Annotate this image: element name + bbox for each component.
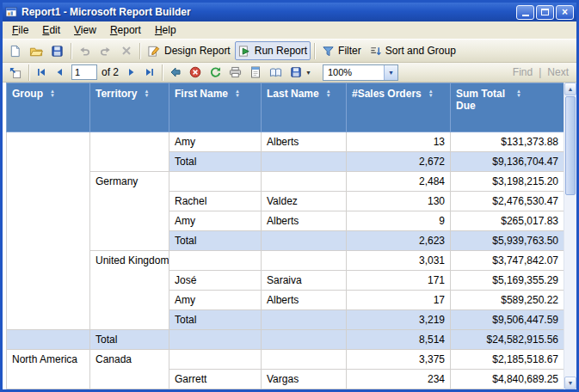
design-report-icon — [147, 45, 161, 58]
sort-and-group-label: Sort and Group — [385, 45, 456, 57]
table-cell: 3,375 — [347, 350, 451, 370]
table-cell: 2,672 — [347, 152, 451, 172]
table-cell — [262, 231, 347, 251]
table-row: Germany2,484$3,198,215.20 — [7, 172, 564, 192]
export-button[interactable]: ▼ — [286, 64, 315, 81]
scrollbar-thumb[interactable] — [565, 96, 576, 195]
column-header-last-name[interactable]: Last Name▲▼ — [262, 83, 347, 132]
table-cell: Garrett — [169, 370, 262, 389]
table-cell: $3,747,842.07 — [451, 251, 564, 271]
save-report-button[interactable] — [47, 41, 67, 60]
table-cell: 8,514 — [347, 330, 451, 350]
menu-help[interactable]: Help — [148, 21, 183, 39]
table-cell: Total — [169, 152, 262, 172]
undo-icon — [78, 45, 91, 58]
sort-icon[interactable]: ▲▼ — [50, 89, 55, 97]
table-cell: $2,476,530.47 — [451, 192, 564, 211]
redo-button[interactable] — [95, 41, 115, 60]
table-cell — [262, 350, 347, 370]
table-cell: Valdez — [262, 192, 347, 211]
toolbar-separator — [162, 64, 163, 81]
page-setup-button[interactable] — [266, 64, 286, 81]
scroll-down-button[interactable]: ▼ — [564, 377, 576, 389]
table-cell: $9,136,704.47 — [451, 152, 564, 172]
table-row: AmyAlberts13$131,373.88 — [7, 132, 564, 152]
previous-page-icon — [54, 67, 65, 77]
minimize-button[interactable] — [516, 5, 534, 20]
find-next-separator: | — [539, 66, 541, 78]
next-page-button[interactable] — [123, 64, 140, 81]
next-link[interactable]: Next — [547, 66, 569, 78]
sort-icon[interactable]: ▲▼ — [235, 89, 240, 97]
filter-button[interactable]: Filter — [318, 41, 365, 60]
table-cell — [169, 251, 262, 271]
export-dropdown-icon: ▼ — [305, 70, 311, 76]
menu-report[interactable]: Report — [103, 21, 148, 39]
scroll-up-button[interactable]: ▲ — [564, 83, 576, 95]
run-report-button[interactable]: Run Report — [235, 41, 311, 60]
print-button[interactable] — [225, 64, 245, 81]
column-label: #Sales Orders — [352, 88, 422, 100]
first-page-button[interactable] — [33, 64, 50, 81]
sort-and-group-button[interactable]: Sort and Group — [366, 41, 459, 60]
undo-button[interactable] — [75, 41, 95, 60]
table-cell: Total — [169, 310, 262, 330]
sort-icon[interactable]: ▲▼ — [326, 89, 331, 97]
previous-page-button[interactable] — [51, 64, 68, 81]
table-cell: United Kingdom — [90, 251, 169, 330]
sort-icon[interactable]: ▲▼ — [428, 89, 434, 97]
vertical-scrollbar[interactable]: ▲ ▼ — [564, 83, 576, 389]
table-cell: 2,623 — [347, 231, 451, 251]
design-report-button[interactable]: Design Report — [144, 41, 234, 60]
window-controls: × — [516, 5, 574, 20]
refresh-button[interactable] — [206, 64, 225, 81]
back-button[interactable] — [166, 64, 185, 81]
find-link[interactable]: Find — [513, 66, 533, 78]
menu-bar: File Edit View Report Help — [3, 21, 576, 40]
print-layout-button[interactable] — [246, 64, 265, 81]
menu-edit[interactable]: Edit — [35, 21, 67, 39]
column-header-first-name[interactable]: First Name▲▼ — [169, 83, 262, 132]
delete-button[interactable] — [116, 41, 136, 60]
table-cell — [262, 172, 347, 192]
table-cell — [262, 330, 347, 350]
table-cell: 234 — [347, 370, 451, 389]
last-page-button[interactable] — [141, 64, 158, 81]
column-label: Group — [12, 88, 43, 100]
page-number-input[interactable] — [71, 64, 97, 80]
scrollbar-track[interactable] — [564, 196, 576, 377]
zoom-select[interactable]: 100% ▼ — [323, 64, 398, 81]
filter-icon — [322, 45, 335, 58]
table-row: North AmericaCanada3,375$2,185,518.67 — [7, 350, 564, 370]
table-cell: Total — [169, 231, 262, 251]
table-cell: Alberts — [262, 132, 347, 152]
open-report-button[interactable] — [26, 41, 46, 60]
column-header-territory[interactable]: Territory▲▼ — [90, 83, 169, 132]
zoom-dropdown-icon[interactable]: ▼ — [384, 65, 397, 80]
maximize-button[interactable] — [536, 5, 554, 20]
sort-icon[interactable]: ▲▼ — [516, 89, 521, 97]
table-cell: $589,250.22 — [451, 291, 564, 310]
close-button[interactable]: × — [556, 5, 574, 20]
table-cell: Saraiva — [262, 271, 347, 291]
column-header-sum-total-due[interactable]: Sum Total Due▲▼ — [451, 83, 564, 132]
stop-button[interactable] — [186, 64, 205, 81]
table-cell: $3,198,215.20 — [451, 172, 564, 192]
filter-label: Filter — [338, 45, 361, 57]
new-report-icon — [9, 45, 22, 58]
sort-icon[interactable]: ▲▼ — [144, 89, 149, 97]
back-to-parent-report-button[interactable] — [5, 64, 25, 81]
new-report-button[interactable] — [5, 41, 25, 60]
menu-file[interactable]: File — [5, 21, 35, 39]
table-cell: Total — [90, 330, 169, 350]
column-label: Last Name — [267, 88, 319, 100]
column-header-group[interactable]: Group▲▼ — [7, 83, 90, 132]
column-header-sales-orders[interactable]: #Sales Orders▲▼ — [347, 83, 451, 132]
table-cell: $2,185,518.67 — [451, 350, 564, 370]
redo-icon — [99, 45, 112, 58]
app-icon — [5, 6, 18, 19]
menu-view[interactable]: View — [67, 21, 103, 39]
print-layout-icon — [249, 66, 262, 78]
table-cell — [169, 350, 262, 370]
column-label: Territory — [95, 88, 137, 100]
